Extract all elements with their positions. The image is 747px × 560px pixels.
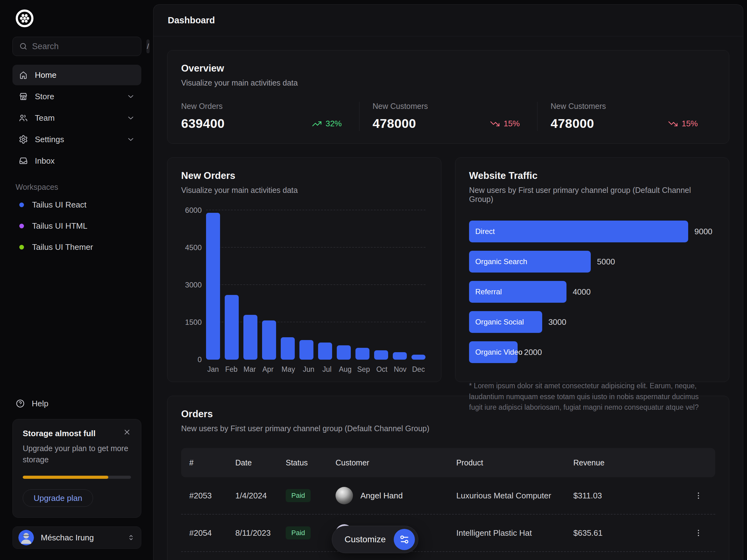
x-axis-label: Jan (206, 365, 220, 374)
traffic-bar: Organic Search (469, 251, 591, 272)
orders-subtitle: New users by First user primary channel … (181, 424, 715, 433)
stat-value-row: 63940032% (181, 116, 342, 131)
sidebar-item-label: Inbox (35, 156, 55, 166)
main-header: Dashboard (153, 5, 743, 36)
app-logo[interactable] (15, 9, 35, 29)
traffic-bar-value: 5000 (597, 257, 615, 267)
gridline (206, 210, 426, 210)
workspace-item[interactable]: Tailus UI Themer (12, 236, 141, 258)
x-axis-label: Sep (357, 365, 371, 374)
stat-value: 639400 (181, 116, 225, 131)
order-status: Paid (286, 526, 336, 539)
y-axis-tick: 4500 (183, 243, 202, 252)
sidebar: / HomeStoreTeamSettingsInbox Workspaces … (0, 0, 153, 560)
workspace-item[interactable]: Tailus UI HTML (12, 215, 141, 236)
y-axis-tick: 1500 (183, 318, 202, 327)
new-orders-chart-card: New Orders Visualize your main activitie… (167, 157, 441, 382)
sidebar-item-home[interactable]: Home (12, 65, 141, 85)
y-axis-tick: 3000 (183, 281, 202, 289)
trending-up-icon (312, 119, 322, 129)
gridline (206, 247, 426, 248)
column-header-status: Status (286, 458, 336, 467)
trend-down: 15% (668, 119, 698, 129)
trending-down-icon (668, 119, 678, 129)
traffic-bar-row: Organic Search5000 (469, 251, 715, 272)
row-menu-icon[interactable] (690, 491, 707, 500)
traffic-bar-value: 9000 (694, 227, 713, 236)
stat-label: New Customers (550, 102, 698, 111)
y-axis-tick: 6000 (183, 206, 202, 215)
upgrade-plan-button[interactable]: Upgrade plan (23, 489, 93, 507)
logo-icon (15, 9, 34, 28)
help-icon (16, 399, 25, 408)
stat-1: New Orders63940032% (181, 102, 359, 131)
row-menu-icon[interactable] (690, 528, 707, 538)
sidebar-item-store[interactable]: Store (12, 86, 141, 107)
sidebar-item-help[interactable]: Help (12, 399, 141, 408)
traffic-bar-label: Organic Social (475, 318, 524, 326)
storage-progress-fill (23, 476, 108, 479)
storage-progress-track (23, 476, 131, 479)
close-icon[interactable] (123, 428, 131, 436)
workspace-label: Tailus UI Themer (32, 242, 93, 252)
trend-value: 32% (326, 119, 342, 129)
sidebar-item-settings[interactable]: Settings (12, 129, 141, 150)
workspace-item[interactable]: Tailus UI React (12, 194, 141, 215)
page-title: Dashboard (168, 15, 215, 26)
gridline (206, 322, 426, 322)
traffic-bars: Direct9000Organic Search5000Referral4000… (469, 220, 715, 363)
trending-down-icon (490, 119, 500, 129)
customize-label: Customize (344, 534, 386, 544)
trend-up: 32% (312, 119, 342, 129)
sidebar-nav: HomeStoreTeamSettingsInbox (12, 65, 141, 172)
stat-value-row: 47800015% (550, 116, 698, 131)
website-traffic-title: Website Traffic (469, 170, 715, 181)
inbox-icon (19, 156, 28, 165)
orders-table: #DateStatusCustomerProductRevenue #20531… (181, 448, 715, 560)
traffic-bar-row: Organic Video2000 (469, 341, 715, 363)
traffic-bar-label: Direct (475, 227, 495, 236)
sliders-icon (394, 529, 415, 550)
main-panel: Dashboard Overview Visualize your main a… (153, 4, 743, 560)
y-axis-tick: 0 (183, 355, 202, 364)
trend-value: 15% (681, 119, 698, 129)
settings-icon (19, 135, 28, 144)
sidebar-item-label: Settings (35, 135, 64, 144)
column-header-revenue: Revenue (573, 458, 690, 467)
chevron-down-icon (126, 135, 135, 144)
bar-chart-x-axis: JanFebMarAprMayJunJulAugSepOctNovDec (206, 365, 426, 374)
website-traffic-subtitle: New users by First user primary channel … (469, 186, 715, 204)
order-customer: Angel Hand (336, 487, 456, 504)
sidebar-item-team[interactable]: Team (12, 108, 141, 128)
traffic-bar-label: Referral (475, 288, 502, 296)
table-row: #205512/25/2023PaidShem NitzscheTasty Br… (181, 552, 715, 560)
orders-card: Orders New users by First user primary c… (167, 396, 729, 560)
store-icon (19, 92, 28, 101)
x-axis-label: Mar (243, 365, 257, 374)
traffic-bar-value: 3000 (548, 317, 566, 327)
customize-button[interactable]: Customize (332, 526, 418, 553)
new-orders-chart-title: New Orders (181, 170, 427, 181)
workspace-dot (19, 203, 24, 207)
sidebar-item-label: Team (35, 113, 55, 123)
order-id: #2053 (189, 491, 235, 501)
bar-nov (393, 352, 407, 359)
x-axis-label: Jul (320, 365, 334, 374)
column-header-date: Date (235, 458, 286, 467)
user-menu[interactable]: Méschac Irung (12, 526, 141, 549)
sidebar-item-inbox[interactable]: Inbox (12, 151, 141, 171)
avatar (18, 530, 34, 545)
traffic-bar-row: Organic Social3000 (469, 311, 715, 333)
bar-apr (262, 320, 276, 359)
traffic-footnote: * Lorem ipsum dolor sit amet consectetur… (469, 380, 705, 413)
bar-jul (318, 343, 332, 359)
order-date: 1/4/2024 (235, 491, 286, 501)
search-input[interactable] (28, 42, 147, 51)
traffic-bar-value: 4000 (573, 287, 591, 297)
workspaces-list: Tailus UI ReactTailus UI HTMLTailus UI T… (12, 194, 141, 258)
x-axis-label: Apr (261, 365, 275, 374)
search-shortcut-key: / (147, 39, 149, 53)
user-name: Méschac Irung (41, 533, 120, 542)
order-id: #2054 (189, 528, 235, 538)
workspace-dot (19, 224, 24, 229)
